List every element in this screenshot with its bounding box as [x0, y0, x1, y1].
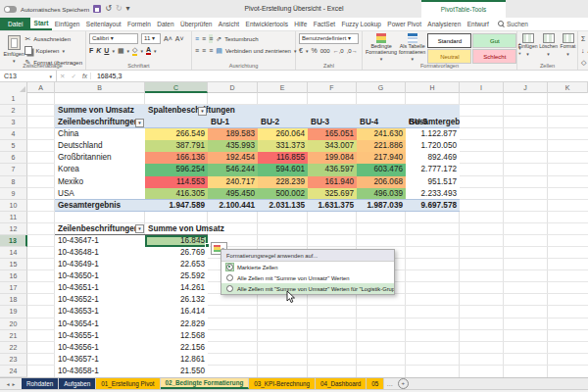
popup-option-all-cells[interactable]: Alle Zellen mit "Summe von Umsatz" Werte…	[221, 272, 394, 283]
pivot-row-label-Großbritannien[interactable]: Großbritannien	[55, 152, 145, 164]
sheet-nav-arrows[interactable]: ◂▸	[0, 378, 22, 389]
pivot-value-cell[interactable]: 116.855	[258, 152, 308, 164]
row-header-11[interactable]: 11	[0, 212, 27, 223]
grow-font-icon[interactable]: A˄	[164, 34, 172, 43]
list-id-cell[interactable]: 10-43653-1	[55, 306, 145, 318]
row-header-19[interactable]: 19	[0, 306, 27, 318]
col-header-B[interactable]: B	[55, 82, 145, 93]
col-header-D[interactable]: D	[208, 82, 258, 93]
list-value-cell[interactable]: 22.156	[145, 342, 208, 354]
col-header-A[interactable]: A	[27, 82, 55, 93]
pivot-value-cell[interactable]: 165.051	[308, 128, 357, 140]
cancel-icon[interactable]: ✕	[57, 73, 68, 80]
italic-button[interactable]: K	[96, 47, 101, 54]
pivot-row-label-China[interactable]: China	[55, 128, 145, 140]
pivot-value-cell[interactable]: 241.630	[357, 128, 406, 140]
pivot-value-cell[interactable]: 436.597	[308, 164, 357, 175]
popup-option-selected-cells[interactable]: Markierte Zellen	[221, 262, 394, 272]
menu-tab-daten[interactable]: Daten	[154, 18, 177, 30]
list-value-cell[interactable]: 16.414	[145, 306, 208, 318]
row-header-23[interactable]: 23	[0, 354, 27, 366]
pivot-value-cell[interactable]: 266.549	[145, 128, 208, 140]
list-id-cell[interactable]: 10-43658-1	[55, 366, 145, 377]
pivot-value-cell[interactable]: 221.886	[357, 140, 406, 152]
insert-cells-button[interactable]: Einfügen▾	[519, 33, 537, 57]
menu-tab-analysieren[interactable]: Analysieren	[424, 18, 464, 30]
list-id-cell[interactable]: 10-43650-1	[55, 270, 145, 282]
spreadsheet-grid[interactable]: 123456789101112131415161718192021222324S…	[0, 93, 588, 377]
list-value-cell[interactable]: 14.261	[145, 282, 208, 294]
list-value-cell[interactable]: 12.568	[145, 330, 208, 342]
align-right-icon[interactable]: ≡	[209, 46, 213, 55]
pivot-row-total[interactable]: 951.517	[406, 176, 460, 188]
qat-dropdown-icon[interactable]: ▾	[126, 5, 130, 13]
fill-button[interactable]: ↓Ausfüllen	[581, 45, 588, 56]
pivot-value-cell[interactable]: 260.064	[258, 128, 308, 140]
add-sheet-icon[interactable]: +	[398, 378, 409, 389]
row-header-7[interactable]: 7	[0, 164, 27, 175]
font-family-select[interactable]: Calibri ▾	[89, 33, 138, 44]
row-header-20[interactable]: 20	[0, 318, 27, 330]
pivot-row-total[interactable]: 892.469	[406, 152, 460, 164]
list-field-filter-icon[interactable]: ▼	[135, 224, 144, 233]
conditional-formatting-button[interactable]: Bedingte Formatierung▾	[366, 33, 397, 64]
pivot-value-cell[interactable]: 603.476	[357, 164, 406, 175]
percent-icon[interactable]: %	[311, 46, 317, 55]
row-header-22[interactable]: 22	[0, 342, 27, 354]
col-header-H[interactable]: H	[406, 82, 460, 93]
pivottable-tools-tab[interactable]: PivotTable-Tools	[421, 0, 506, 18]
menu-tab-hilfe[interactable]: Hilfe	[291, 18, 310, 30]
list-value-cell[interactable]: 22.653	[145, 259, 208, 270]
menu-tab-factset[interactable]: FactSet	[310, 18, 338, 30]
list-id-cell[interactable]: 10-43652-1	[55, 294, 145, 306]
pivot-value-cell[interactable]: 114.553	[145, 176, 208, 188]
copy-button[interactable]: Kopieren▾	[24, 45, 82, 56]
row-header-2[interactable]: 2	[0, 105, 27, 117]
sheet-tab-03-kpi-berechnung[interactable]: 03_KPI-Berechnung	[249, 378, 316, 389]
pivot-value-cell[interactable]: 217.940	[357, 152, 406, 164]
menu-tab-fuzzy-lookup[interactable]: Fuzzy Lookup	[338, 18, 384, 30]
row-header-9[interactable]: 9	[0, 188, 27, 200]
menu-tab--berpr-fen[interactable]: Überprüfen	[177, 18, 216, 30]
currency-icon[interactable]: €	[299, 46, 303, 55]
menu-tab-entwurf[interactable]: Entwurf	[465, 18, 492, 30]
autosum-button[interactable]: ΣAutoSumme	[581, 33, 588, 44]
pivot-row-total[interactable]: 1.720.050	[406, 140, 460, 152]
list-value-cell[interactable]: 26.769	[145, 247, 208, 259]
decrease-decimal-icon[interactable]: ,0→	[347, 48, 358, 54]
format-cells-button[interactable]: Format▾	[561, 33, 576, 57]
borders-icon[interactable]: ▦	[118, 46, 124, 55]
fill-color-icon[interactable]: ◇	[132, 46, 137, 56]
sheet-tab-05[interactable]: 05	[367, 378, 384, 389]
delete-cells-button[interactable]: Löschen▾	[540, 33, 558, 57]
list-id-cell[interactable]: 10-43654-1	[55, 318, 145, 330]
list-value-cell[interactable]: 26.132	[145, 294, 208, 306]
menu-tab-ansicht[interactable]: Ansicht	[216, 18, 243, 30]
font-size-select[interactable]: 11 ▾	[141, 33, 161, 44]
pivot-row-total[interactable]: 2.777.172	[406, 164, 460, 175]
tab-overflow-ellipsis[interactable]: …	[384, 378, 395, 389]
pivot-value-cell[interactable]: 192.454	[208, 152, 258, 164]
pivot-value-cell[interactable]: 596.254	[145, 164, 208, 175]
underline-button[interactable]: U	[104, 47, 109, 54]
list-value-cell[interactable]: 22.829	[145, 318, 208, 330]
style-chip-gut[interactable]: Gut	[472, 33, 516, 48]
row-header-16[interactable]: 16	[0, 270, 27, 282]
row-field-filter-icon[interactable]: ▼	[135, 119, 144, 127]
cut-button[interactable]: ✂Ausschneiden	[24, 33, 82, 44]
increase-decimal-icon[interactable]: ←,0	[333, 48, 344, 54]
pivot-value-cell[interactable]: 206.068	[357, 176, 406, 188]
style-chip-standard[interactable]: Standard	[427, 33, 471, 48]
sheet-tab-01-erstellung-pivot[interactable]: 01_Erstellung Pivot	[96, 378, 160, 389]
pivot-value-cell[interactable]: 240.717	[208, 176, 258, 188]
pivot-row-label-Korea[interactable]: Korea	[55, 164, 145, 175]
active-cell-C13[interactable]: 16.845	[145, 235, 208, 247]
pivot-row-label-Deutschland[interactable]: Deutschland	[55, 140, 145, 152]
format-as-table-button[interactable]: Als Tabelle formatieren▾	[399, 33, 425, 64]
align-left-icon[interactable]: ≡	[195, 46, 199, 55]
enter-icon[interactable]: ✓	[68, 73, 78, 80]
menu-tab-formeln[interactable]: Formeln	[124, 18, 154, 30]
name-box[interactable]: C13▾	[0, 71, 57, 82]
col-header-F[interactable]: F	[308, 82, 357, 93]
col-header-K[interactable]: K	[548, 82, 588, 93]
